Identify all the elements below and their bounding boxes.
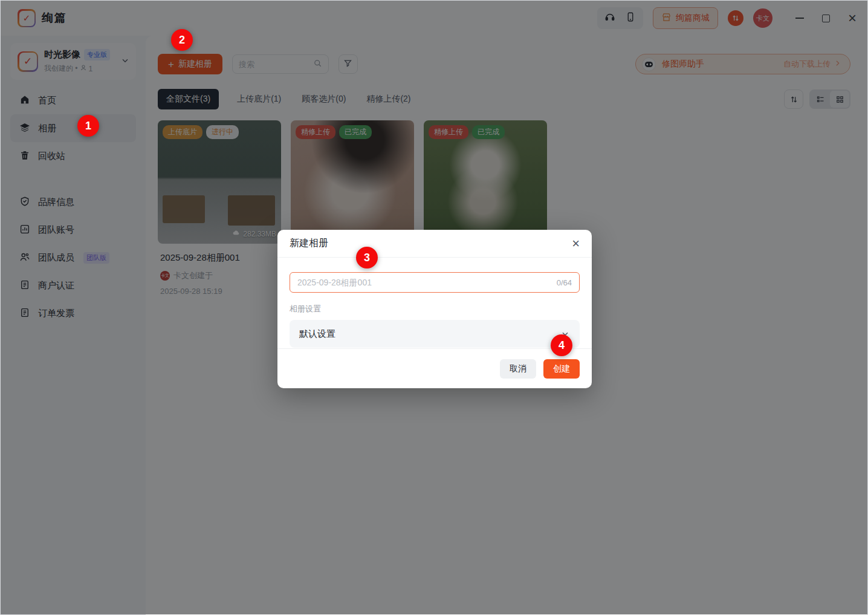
tutorial-step-3-badge: 3 [356,247,378,268]
album-settings-label: 相册设置 [290,304,580,314]
app-window: ✓ 绚篇 绚篇商城 卡文 [0,0,868,615]
modal-title: 新建相册 [290,237,328,250]
char-counter: 0/64 [557,278,572,287]
cancel-button[interactable]: 取消 [500,359,536,379]
create-button[interactable]: 创建 [543,359,580,379]
modal-close-icon[interactable]: × [572,237,580,250]
album-name-field: 0/64 [290,272,580,293]
new-album-modal: 新建相册 × 0/64 相册设置 默认设置 取消 创建 [277,230,592,388]
album-settings-select[interactable]: 默认设置 [290,320,580,348]
tutorial-step-2-badge: 2 [171,29,193,51]
tutorial-step-1-badge: 1 [77,115,99,137]
tutorial-step-4-badge: 4 [551,334,572,356]
selected-setting: 默认设置 [299,328,335,340]
album-name-input[interactable] [297,278,552,287]
